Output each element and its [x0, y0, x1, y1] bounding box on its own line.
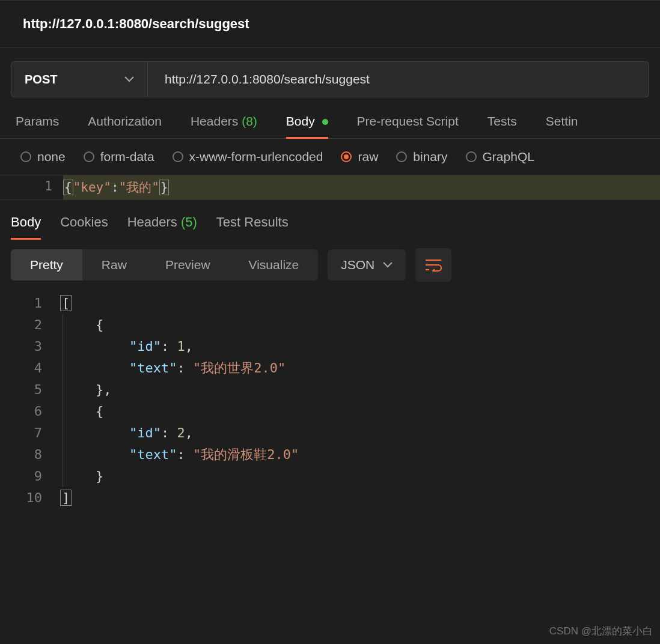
radio-icon: [396, 151, 407, 162]
request-row: POST http://127.0.0.1:8080/search/sugges…: [0, 48, 660, 107]
tab-headers-label: Headers: [191, 114, 238, 128]
url-input[interactable]: http://127.0.0.1:8080/search/suggest: [148, 61, 649, 97]
line-wrap-button[interactable]: [415, 248, 451, 282]
body-type-formdata[interactable]: form-data: [84, 150, 154, 164]
active-dot-icon: [322, 119, 328, 125]
resp-tab-testresults[interactable]: Test Results: [216, 214, 289, 240]
chevron-down-icon: [383, 262, 393, 268]
response-gutter: 1 2 3 4 5 6 7 8 9 10: [0, 293, 60, 509]
tab-headers[interactable]: Headers (8): [191, 114, 257, 138]
http-method-select[interactable]: POST: [11, 61, 148, 97]
tab-headers-count: (8): [242, 114, 257, 128]
view-pretty[interactable]: Pretty: [11, 249, 82, 281]
body-type-row: none form-data x-www-form-urlencoded raw…: [0, 139, 660, 175]
body-type-none[interactable]: none: [20, 150, 66, 164]
resp-tab-cookies[interactable]: Cookies: [60, 214, 108, 240]
tab-body[interactable]: Body: [286, 114, 328, 138]
body-type-urlencoded[interactable]: x-www-form-urlencoded: [173, 150, 323, 164]
resp-tab-headers[interactable]: Headers (5): [127, 214, 197, 240]
radio-icon: [173, 151, 183, 162]
tab-params[interactable]: Params: [16, 114, 59, 138]
radio-icon: [341, 151, 352, 162]
request-body-line: {"key":"我的"}: [63, 175, 660, 199]
view-preview[interactable]: Preview: [146, 249, 230, 281]
radio-icon: [20, 151, 31, 162]
response-code: [ { "id": 1, "text": "我的世界2.0" }, { "id"…: [60, 293, 660, 509]
tab-prerequest[interactable]: Pre-request Script: [357, 114, 459, 138]
http-method-label: POST: [25, 73, 57, 87]
response-tools: Pretty Raw Preview Visualize JSON: [0, 240, 660, 290]
resp-headers-count: (5): [181, 214, 197, 229]
view-mode-tabs: Pretty Raw Preview Visualize: [11, 249, 318, 281]
body-type-graphql[interactable]: GraphQL: [466, 150, 534, 164]
tab-authorization[interactable]: Authorization: [88, 114, 162, 138]
url-value: http://127.0.0.1:8080/search/suggest: [165, 72, 370, 87]
request-tabs: Params Authorization Headers (8) Body Pr…: [0, 107, 660, 139]
format-label: JSON: [341, 258, 374, 272]
tab-tests[interactable]: Tests: [487, 114, 517, 138]
chevron-down-icon: [124, 76, 134, 82]
resp-tab-body[interactable]: Body: [11, 214, 41, 240]
format-select[interactable]: JSON: [328, 249, 406, 281]
wrap-icon: [425, 258, 442, 272]
radio-icon: [466, 151, 477, 162]
request-title: http://127.0.0.1:8080/search/suggest: [0, 0, 660, 48]
resp-headers-label: Headers: [127, 214, 177, 229]
view-visualize[interactable]: Visualize: [230, 249, 319, 281]
response-tabs: Body Cookies Headers (5) Test Results: [0, 205, 660, 240]
response-section: Body Cookies Headers (5) Test Results Pr…: [0, 199, 660, 509]
body-type-binary[interactable]: binary: [396, 150, 447, 164]
watermark: CSDN @北漂的菜小白: [549, 624, 653, 638]
tab-settings[interactable]: Settin: [546, 114, 578, 138]
line-number: 1: [0, 175, 63, 199]
request-body-editor[interactable]: 1 {"key":"我的"}: [0, 175, 660, 199]
radio-icon: [84, 151, 94, 162]
response-editor[interactable]: 1 2 3 4 5 6 7 8 9 10 [ { "id": 1, "text"…: [0, 290, 660, 509]
view-raw[interactable]: Raw: [82, 249, 146, 281]
body-type-raw[interactable]: raw: [341, 150, 378, 164]
tab-body-label: Body: [286, 114, 315, 128]
